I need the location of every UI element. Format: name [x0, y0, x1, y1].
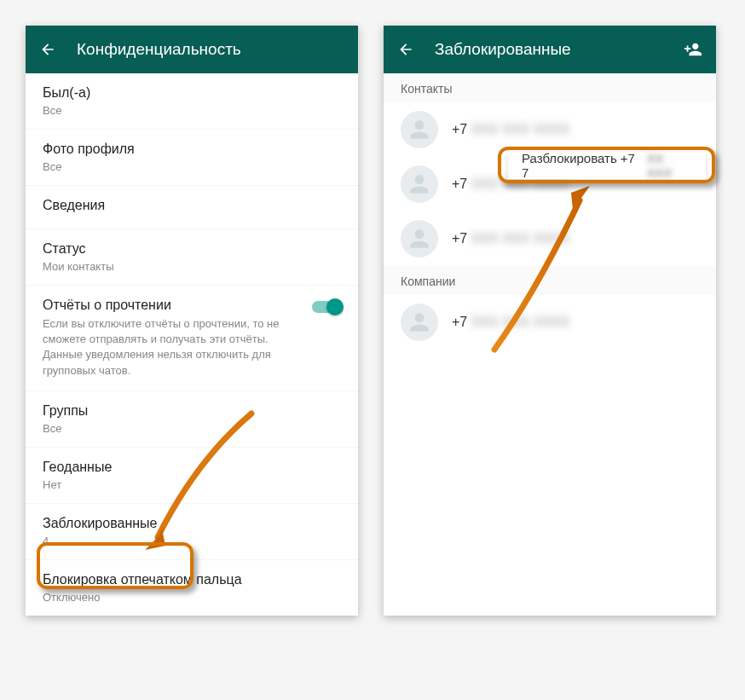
row-last-seen[interactable]: Был(-а) Все: [26, 73, 358, 130]
row-about[interactable]: Сведения: [26, 186, 358, 229]
row-geodata[interactable]: Геоданные Нет: [26, 448, 358, 504]
row-title: Статус: [43, 241, 341, 257]
header-title: Конфиденциальность: [77, 40, 344, 59]
back-icon[interactable]: [39, 41, 56, 58]
row-title: Фото профиля: [43, 142, 341, 157]
avatar-icon: [401, 220, 438, 257]
row-sub: Все: [43, 104, 341, 117]
phone-blocked: Заблокированные Контакты +7 XXX XXX XXXX…: [384, 26, 716, 616]
row-title: Заблокированные: [43, 516, 341, 531]
row-sub: Мои контакты: [43, 260, 341, 273]
row-sub: Отключено: [43, 591, 341, 604]
row-profile-photo[interactable]: Фото профиля Все: [26, 130, 358, 186]
unblock-label: Разблокировать +7 7: [522, 151, 644, 180]
row-sub: 4: [43, 535, 341, 547]
row-title: Группы: [43, 403, 341, 419]
contact-item[interactable]: +7 XXX XXX XXXX: [384, 211, 716, 266]
company-item[interactable]: +7 XXX XXX XXXX: [384, 295, 716, 350]
avatar-icon: [401, 165, 438, 203]
toggle-read-receipts[interactable]: [312, 301, 341, 313]
row-read-receipts[interactable]: Отчёты о прочтении Если вы отключите отч…: [26, 286, 358, 391]
row-status[interactable]: Статус Мои контакты: [26, 229, 358, 286]
row-title: Геоданные: [43, 460, 341, 475]
contact-item[interactable]: +7 XXX XXX XXXX: [384, 102, 716, 157]
contact-number: +7 XXX XXX XXXX: [452, 122, 569, 137]
phone-privacy: Конфиденциальность Был(-а) Все Фото проф…: [26, 26, 358, 616]
row-title: Блокировка отпечатком пальца: [43, 572, 341, 587]
add-person-icon[interactable]: [684, 40, 702, 59]
row-fingerprint[interactable]: Блокировка отпечатком пальца Отключено: [26, 560, 358, 616]
row-blocked[interactable]: Заблокированные 4: [26, 504, 358, 560]
contact-number: +7 XXX XXX XXXX: [452, 315, 569, 330]
row-sub: Нет: [43, 478, 341, 491]
contact-number: +7 XXX XXX XXXX: [452, 231, 569, 246]
section-contacts: Контакты: [384, 73, 716, 102]
header-privacy: Конфиденциальность: [26, 26, 358, 73]
row-groups[interactable]: Группы Все: [26, 391, 358, 448]
row-sub: Все: [43, 422, 341, 435]
row-desc: Если вы отключите отчёты о прочтении, то…: [43, 316, 307, 379]
row-title: Отчёты о прочтении: [43, 298, 341, 313]
row-sub: Все: [43, 160, 341, 173]
header-blocked: Заблокированные: [384, 26, 716, 73]
back-icon[interactable]: [397, 41, 414, 58]
row-title: Был(-а): [43, 85, 341, 101]
avatar-icon: [401, 111, 438, 148]
privacy-list: Был(-а) Все Фото профиля Все Сведения Ст…: [26, 73, 358, 616]
avatar-icon: [401, 304, 438, 341]
unblock-popup[interactable]: Разблокировать +7 7XX XXX: [508, 152, 706, 179]
header-title: Заблокированные: [435, 40, 663, 59]
row-title: Сведения: [43, 198, 341, 213]
section-companies: Компании: [384, 266, 716, 295]
